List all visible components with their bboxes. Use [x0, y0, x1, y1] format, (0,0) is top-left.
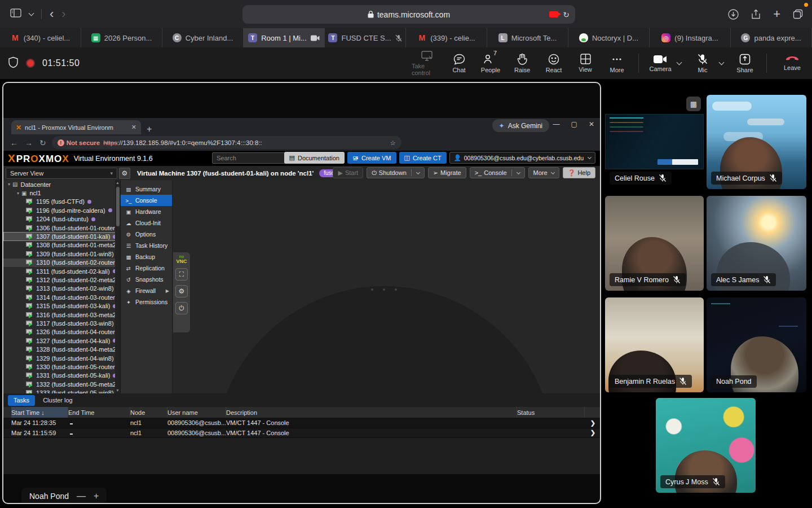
vm-menu-item[interactable]: ↺ Snapshots [121, 274, 172, 285]
tree-item-vm[interactable]: 1328 (fusd-student-04-meta2) [3, 345, 120, 353]
col-start-time[interactable]: Start Time ↓ [11, 407, 68, 418]
vnc-disconnect-button[interactable]: ⏻ [175, 302, 188, 314]
tree-scrollbar[interactable]: ▲ ▼ [115, 180, 120, 393]
user-menu[interactable]: 👤 008905306@csusb.edu@cyberlab.csusb.edu [449, 152, 595, 164]
people-button[interactable]: 7 People [475, 47, 506, 79]
participant-tile[interactable]: Alec S James [707, 196, 806, 291]
take-control-button[interactable]: Take control [412, 47, 443, 79]
tab-overview-icon[interactable] [793, 9, 803, 19]
chrome-omnibox[interactable]: ! Not secure https://139.182.185.98/#v1:… [52, 136, 401, 149]
mic-options-chevron-icon[interactable] [719, 59, 725, 65]
tree-item-vm[interactable]: 1196 (fusd-mitre-caldera) [3, 206, 120, 214]
camera-button[interactable]: Camera [645, 47, 676, 79]
chrome-new-tab-icon[interactable]: + [147, 124, 152, 134]
browser-tab[interactable]: 2026 Person... [81, 28, 162, 47]
tab-cluster-log[interactable]: Cluster log [37, 395, 78, 406]
address-bar[interactable]: teams.microsoft.com ↻ [242, 5, 575, 24]
participant-tile[interactable]: Ramie V Romero [605, 196, 704, 291]
browser-tab[interactable]: Cyber Inland... [162, 28, 244, 47]
downloads-icon[interactable] [728, 9, 739, 20]
tree-item-vm[interactable]: 1309 (fusd-student-01-win8) [3, 249, 120, 258]
migrate-button[interactable]: ➢Migrate [428, 167, 466, 178]
chrome-tab-close-icon[interactable]: ✕ [131, 124, 136, 131]
row-expand-chevron-icon[interactable]: ❯ [590, 419, 595, 427]
ask-gemini-button[interactable]: ✦ Ask Gemini [492, 119, 549, 132]
tree-item-vm[interactable]: 1310 (fusd-student-02-router) [3, 259, 120, 267]
tab-tasks[interactable]: Tasks [8, 395, 35, 406]
shutdown-button[interactable]: ⏻Shutdown [367, 167, 425, 178]
col-status[interactable]: Status [517, 407, 585, 418]
zoom-out-icon[interactable]: — [77, 491, 86, 501]
col-end-time[interactable]: End Time [68, 407, 130, 418]
tree-item-vm[interactable]: 1308 (fusd-student-01-meta2) [3, 241, 120, 249]
forward-button[interactable]: › [61, 8, 65, 20]
tree-item-vm[interactable]: 1312 (fusd-student-02-meta2) [3, 275, 120, 284]
reload-icon[interactable]: ↻ [563, 10, 570, 19]
tree-settings-button[interactable]: ⚙ [119, 168, 130, 179]
bookmark-star-icon[interactable]: ☆ [390, 139, 395, 147]
chrome-reload-icon[interactable]: ↻ [39, 138, 46, 147]
vm-menu-item[interactable]: >_ Console [121, 195, 172, 206]
server-view-select[interactable]: Server View ▾ [6, 168, 117, 179]
vm-menu-item[interactable]: ✦ Permissions [121, 296, 172, 308]
view-button[interactable]: View [570, 47, 601, 79]
sidebar-toggle-icon[interactable] [10, 8, 21, 20]
sidebar-chevron-icon[interactable] [29, 11, 34, 16]
react-button[interactable]: React [538, 47, 570, 79]
chrome-minimize-icon[interactable]: — [553, 120, 560, 128]
start-button[interactable]: ▶Start [333, 167, 363, 178]
tree-item-vm[interactable]: 1316 (fusd-student-03-meta2) [3, 310, 120, 319]
tree-item-vm[interactable]: 1332 (fusd-student-05-meta2) [3, 380, 120, 388]
new-tab-icon[interactable]: + [773, 7, 780, 21]
participant-tile[interactable]: Michael Corpus [707, 95, 806, 189]
tree-item-vm[interactable]: 1311 (fusd-student-02-kali) [3, 267, 120, 275]
share-page-icon[interactable] [751, 9, 761, 20]
browser-tab[interactable]: Noctoryx | D... [568, 28, 650, 47]
col-user[interactable]: User name [167, 407, 226, 418]
tree-item-vm[interactable]: 1315 (fusd-student-03-kali) [3, 301, 120, 310]
task-row[interactable]: Mar 24 11:28:35 ncl1 008905306@csusb... … [3, 418, 600, 428]
tree-item-vm[interactable]: 1306 (fusd-student-01-router) [3, 224, 120, 232]
documentation-button[interactable]: ▤ Documentation [284, 152, 345, 164]
vm-menu-item[interactable]: ▤ Summary [121, 183, 172, 195]
tree-item-vm[interactable]: 1204 (fusd-ubuntu) [3, 215, 120, 224]
novnc-console[interactable] [173, 180, 601, 393]
tree-item-vm[interactable]: 1195 (fusd-CTFd) [3, 198, 120, 206]
more-actions-button[interactable]: More [528, 167, 559, 178]
browser-tab[interactable]: Room 1 | Mi... [244, 28, 325, 47]
camera-options-chevron-icon[interactable] [677, 59, 682, 65]
create-vm-button[interactable]: 🖳 Create VM [347, 152, 396, 164]
browser-tab[interactable]: (9) Instagra... [650, 28, 731, 47]
tree-item-vm[interactable]: 1333 (fusd-student-05-win8) [3, 388, 120, 393]
create-ct-button[interactable]: ◫ Create CT [399, 152, 447, 164]
col-description[interactable]: Description [226, 407, 517, 418]
vm-menu-item[interactable]: ▦ Backup [121, 251, 172, 262]
vnc-fullscreen-button[interactable]: ⛶ [175, 268, 188, 281]
gallery-toggle-button[interactable]: ▦ [686, 97, 701, 111]
help-button[interactable]: ❓Help [563, 167, 595, 178]
share-button[interactable]: Share [729, 47, 761, 79]
browser-tab[interactable]: M (339) - celie... [406, 28, 487, 47]
col-node[interactable]: Node [130, 407, 167, 418]
tree-item-datacenter[interactable]: ▾ ▤ Datacenter [3, 180, 120, 189]
vm-menu-item[interactable]: ▣ Hardware [121, 206, 172, 217]
not-secure-badge[interactable]: ! Not secure [58, 139, 100, 146]
chrome-forward-icon[interactable]: → [25, 138, 33, 147]
collapse-icon[interactable]: ▾ [17, 191, 19, 196]
browser-tab[interactable]: Microsoft Te... [487, 28, 568, 47]
vm-menu-item[interactable]: ⚙ Options [121, 229, 172, 240]
leave-button[interactable]: Leave [773, 47, 812, 79]
task-row[interactable]: Mar 24 11:15:59 ncl1 008905306@csusb... … [3, 428, 600, 439]
back-button[interactable]: ‹ [50, 8, 54, 20]
tree-item-vm[interactable]: 1307 (fusd-student-01-kali) [3, 232, 120, 240]
mic-button-muted[interactable]: Mic [687, 47, 718, 79]
participant-tile[interactable]: Benjamin R Ruelas [605, 297, 704, 392]
vm-menu-item[interactable]: ⇄ Replication [121, 262, 172, 274]
raise-hand-button[interactable]: Raise [506, 47, 538, 79]
zoom-in-icon[interactable]: + [94, 491, 99, 501]
tree-item-vm[interactable]: 1314 (fusd-student-03-router) [3, 293, 120, 301]
novnc-control-bar[interactable]: no VNC ⛶ ⚙ ⏻ [173, 252, 190, 332]
tree-item-vm[interactable]: 1313 (fusd-student-02-win8) [3, 284, 120, 293]
tree-item-vm[interactable]: 1326 (fusd-student-04-router) [3, 328, 120, 336]
vnc-settings-button[interactable]: ⚙ [175, 285, 188, 297]
